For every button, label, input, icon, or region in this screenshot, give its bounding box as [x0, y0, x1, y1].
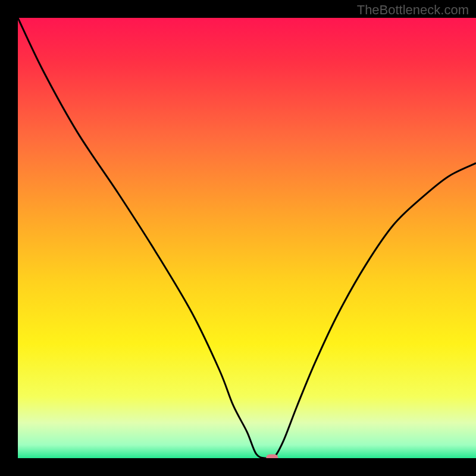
plot-background [18, 18, 476, 458]
watermark-text: TheBottleneck.com [357, 2, 469, 18]
bottleneck-chart: TheBottleneck.com [0, 0, 476, 476]
frame-bottom [0, 458, 476, 476]
chart-svg [0, 0, 476, 476]
frame-left [0, 0, 18, 476]
